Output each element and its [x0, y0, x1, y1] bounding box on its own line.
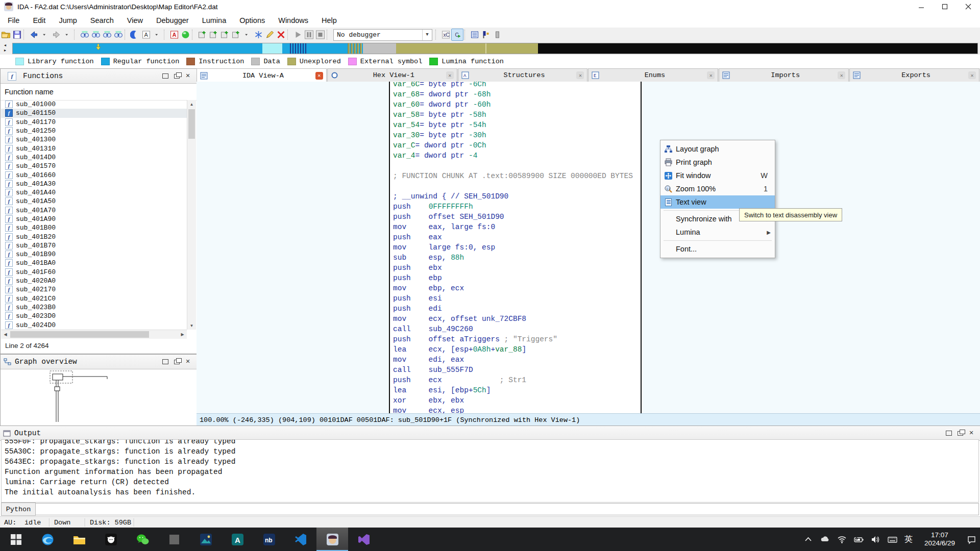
function-row[interactable]: fsub_401B70 [1, 241, 187, 250]
output-log[interactable]: 555F0F: propagate_stkargs: function is a… [1, 439, 979, 503]
maximize-button[interactable] [933, 0, 957, 13]
search-again-button[interactable] [112, 29, 124, 40]
function-row[interactable]: fsub_401BA0 [1, 259, 187, 267]
caret-button[interactable] [62, 29, 73, 40]
analyze-button[interactable]: A [168, 29, 180, 40]
function-row[interactable]: fsub_401A70 [1, 206, 187, 215]
function-row[interactable]: fsub_401B90 [1, 250, 187, 259]
nav-forward-button[interactable] [51, 29, 62, 40]
function-row[interactable]: fsub_401B20 [1, 232, 187, 241]
close-button[interactable] [957, 0, 980, 13]
caret-button[interactable] [152, 29, 163, 40]
function-row[interactable]: fsub_4023D0 [1, 312, 187, 320]
volume-icon[interactable] [867, 528, 884, 551]
photos-app-taskbar-button[interactable] [190, 528, 222, 551]
mini-tool-button[interactable] [492, 29, 503, 40]
graph-overview-minimap[interactable] [1, 369, 196, 425]
ime-language-indicator[interactable]: 英 [901, 528, 916, 551]
tab-enums[interactable]: EEnums✕ [588, 68, 718, 82]
file-explorer-taskbar-button[interactable] [63, 528, 95, 551]
crescent-button[interactable] [129, 29, 140, 40]
function-row[interactable]: fsub_401660 [1, 170, 187, 179]
debugger-select[interactable]: No debugger▼ [333, 29, 432, 41]
tab-close-icon[interactable]: ✕ [707, 71, 715, 79]
function-row[interactable]: fsub_4023B0 [1, 303, 187, 312]
taskbar-clock[interactable]: 17:072024/6/29 [916, 531, 963, 547]
save-file-button[interactable] [11, 29, 22, 40]
functions-restore-button[interactable] [160, 71, 171, 81]
function-row[interactable]: fsub_401B00 [1, 223, 187, 232]
function-row[interactable]: fsub_401A40 [1, 188, 187, 197]
function-row[interactable]: fsub_401F60 [1, 268, 187, 277]
search-value-button[interactable] [101, 29, 112, 40]
freeze-button[interactable] [253, 29, 264, 40]
tab-close-icon[interactable]: ✕ [446, 71, 454, 79]
scroll-down-arrow[interactable]: ▼ [187, 321, 196, 330]
tab-exports[interactable]: Exports✕ [849, 68, 979, 82]
trace-flags-button[interactable] [480, 29, 492, 40]
function-row[interactable]: fsub_401570 [1, 162, 187, 170]
undefine-button[interactable] [275, 29, 286, 40]
function-row[interactable]: fsub_4020A0 [1, 277, 187, 285]
menu-item-debugger[interactable]: Debugger [150, 13, 195, 28]
scroll-right-arrow[interactable]: ▶ [178, 330, 187, 338]
function-row[interactable]: fsub_401A30 [1, 180, 187, 188]
functions-close-button[interactable]: × [182, 71, 193, 81]
start-button[interactable] [0, 528, 32, 551]
menu-item-edit[interactable]: Edit [26, 13, 52, 28]
make-struct-button[interactable] [230, 29, 241, 40]
function-row[interactable]: fsub_402170 [1, 285, 187, 294]
battery-icon[interactable] [850, 528, 867, 551]
menu-item-jump[interactable]: Jump [52, 13, 83, 28]
function-row[interactable]: fsub_401310 [1, 144, 187, 153]
tab-close-icon[interactable]: ✕ [315, 72, 323, 80]
edge-taskbar-button[interactable] [32, 528, 63, 551]
tab-structures[interactable]: AStructures✕ [458, 68, 588, 82]
caret-button[interactable] [241, 29, 253, 40]
function-row[interactable]: fsub_401150 [1, 109, 187, 117]
python-input[interactable] [36, 503, 979, 515]
functions-list[interactable]: fsub_401000fsub_401150fsub_401170fsub_40… [1, 100, 187, 330]
run-to-cursor-button[interactable]: C [451, 29, 463, 41]
search-hash-button[interactable] [79, 29, 90, 40]
caret-button[interactable] [39, 29, 51, 40]
a-app-taskbar-button[interactable]: A [222, 528, 253, 551]
functions-horizontal-scrollbar[interactable]: ◀ ▶ [1, 330, 187, 339]
lumina-sphere-button[interactable] [180, 29, 191, 40]
navigation-band[interactable] [12, 43, 978, 54]
debug-stop-button[interactable] [314, 29, 326, 40]
scroll-up-arrow[interactable]: ▲ [187, 100, 196, 108]
context-menu-item-font-[interactable]: Font... [660, 242, 775, 256]
tab-imports[interactable]: Imports✕ [719, 68, 849, 82]
scroll-left-arrow[interactable]: ◀ [1, 330, 10, 338]
context-menu-item-lumina[interactable]: Lumina▶ [660, 226, 775, 239]
output-close-button[interactable]: × [966, 429, 977, 438]
make-data-button[interactable] [208, 29, 219, 40]
wifi-icon[interactable] [834, 528, 850, 551]
functions-vertical-scrollbar[interactable]: ▲ ▼ [187, 100, 196, 330]
tab-hex-view-1[interactable]: Hex View-1✕ [327, 68, 457, 82]
functions-float-button[interactable] [171, 71, 182, 81]
graph-overview-restore-button[interactable] [160, 357, 171, 366]
context-menu-item-text-view[interactable]: Text view [660, 195, 775, 209]
make-code-button[interactable] [197, 29, 208, 40]
scroll-thumb[interactable] [188, 109, 195, 139]
search-text-button[interactable] [90, 29, 101, 40]
tab-ida-view-a[interactable]: IDA View-A✕ [197, 68, 327, 82]
context-menu-item-print-graph[interactable]: Print graph [660, 156, 775, 169]
make-string-button[interactable] [219, 29, 230, 40]
chevron-up-icon[interactable] [800, 528, 817, 551]
context-menu-item-fit-window[interactable]: Fit windowW [660, 169, 775, 182]
onedrive-cloud-icon[interactable] [817, 528, 834, 551]
menu-item-help[interactable]: Help [315, 13, 344, 28]
scroll-thumb[interactable] [10, 331, 149, 338]
function-row[interactable]: fsub_401A90 [1, 215, 187, 223]
output-titlebar[interactable]: Output × [0, 426, 980, 441]
functions-panel-titlebar[interactable]: f Functions × [1, 69, 197, 84]
navigator-grip[interactable]: ◂▸ [1, 43, 9, 54]
touch-keyboard-icon[interactable] [884, 528, 901, 551]
debug-pause-button[interactable] [303, 29, 314, 40]
graph-overview-titlebar[interactable]: Graph overview × [1, 355, 197, 369]
open-file-button[interactable] [0, 29, 11, 40]
function-row[interactable]: fsub_401000 [1, 100, 187, 109]
